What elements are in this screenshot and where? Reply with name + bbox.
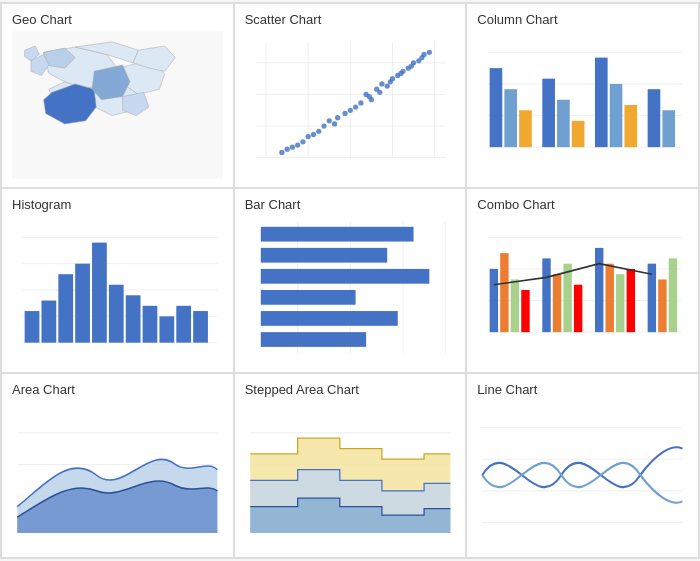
- svg-rect-105: [616, 274, 624, 332]
- svg-rect-73: [109, 285, 124, 343]
- svg-point-42: [295, 142, 300, 147]
- svg-rect-58: [610, 84, 623, 147]
- svg-rect-84: [260, 227, 413, 242]
- svg-rect-106: [627, 269, 635, 332]
- svg-point-26: [347, 108, 352, 113]
- geo-chart-area: [12, 31, 223, 179]
- svg-rect-109: [669, 258, 677, 332]
- svg-point-25: [384, 83, 389, 88]
- svg-point-40: [305, 134, 310, 139]
- svg-rect-56: [572, 121, 585, 147]
- svg-point-18: [379, 81, 384, 86]
- svg-rect-68: [25, 311, 40, 343]
- svg-rect-86: [260, 269, 429, 284]
- histogram-chart-cell[interactable]: Histogram: [1, 188, 234, 373]
- svg-rect-51: [490, 68, 503, 147]
- svg-point-27: [335, 115, 340, 120]
- stepped-area-chart-area: [245, 401, 456, 549]
- stepped-area-chart-title: Stepped Area Chart: [245, 382, 456, 397]
- scatter-chart-title: Scatter Chart: [245, 12, 456, 27]
- bar-chart-title: Bar Chart: [245, 197, 456, 212]
- svg-rect-75: [143, 306, 158, 343]
- svg-rect-87: [260, 290, 355, 305]
- svg-rect-60: [648, 89, 661, 147]
- line-chart-cell[interactable]: Line Chart: [466, 373, 699, 558]
- svg-rect-103: [595, 248, 603, 332]
- svg-point-43: [289, 145, 294, 150]
- area-chart-area: [12, 401, 223, 549]
- svg-rect-104: [606, 264, 614, 332]
- bar-chart-cell[interactable]: Bar Chart: [234, 188, 467, 373]
- svg-point-36: [408, 63, 413, 68]
- svg-point-39: [426, 50, 431, 55]
- svg-rect-89: [260, 332, 365, 347]
- scatter-chart-area: [245, 31, 456, 179]
- combo-chart-cell[interactable]: Combo Chart: [466, 188, 699, 373]
- area-chart-title: Area Chart: [12, 382, 223, 397]
- svg-point-13: [353, 104, 358, 109]
- svg-rect-100: [553, 274, 561, 332]
- svg-rect-55: [557, 100, 570, 147]
- geo-chart-cell[interactable]: Geo Chart: [1, 3, 234, 188]
- stepped-area-chart-cell[interactable]: Stepped Area Chart: [234, 373, 467, 558]
- scatter-chart-cell[interactable]: Scatter Chart: [234, 3, 467, 188]
- histogram-chart-title: Histogram: [12, 197, 223, 212]
- svg-point-31: [332, 121, 337, 126]
- geo-chart-title: Geo Chart: [12, 12, 223, 27]
- svg-point-44: [284, 147, 289, 152]
- svg-point-11: [326, 118, 331, 123]
- histogram-chart-area: [12, 216, 223, 364]
- svg-rect-96: [501, 253, 509, 332]
- column-chart-area: [477, 31, 688, 179]
- svg-point-14: [358, 100, 363, 105]
- svg-rect-88: [260, 311, 397, 326]
- bar-chart-area: [245, 216, 456, 364]
- svg-rect-120: [477, 401, 688, 548]
- svg-point-12: [342, 111, 347, 116]
- svg-point-34: [387, 79, 392, 84]
- svg-rect-71: [75, 264, 90, 343]
- column-chart-title: Column Chart: [477, 12, 688, 27]
- svg-rect-77: [176, 306, 191, 343]
- svg-point-30: [310, 132, 315, 137]
- svg-point-33: [377, 90, 382, 95]
- svg-rect-54: [543, 79, 556, 147]
- svg-rect-69: [41, 301, 56, 343]
- svg-rect-98: [522, 290, 530, 332]
- svg-rect-72: [92, 243, 107, 343]
- svg-rect-78: [193, 311, 208, 343]
- svg-rect-97: [511, 279, 519, 332]
- svg-point-29: [316, 129, 321, 134]
- svg-rect-52: [505, 89, 518, 147]
- line-chart-area: [477, 401, 688, 549]
- svg-rect-108: [659, 279, 667, 332]
- combo-chart-title: Combo Chart: [477, 197, 688, 212]
- svg-rect-74: [126, 295, 141, 342]
- line-chart-title: Line Chart: [477, 382, 688, 397]
- column-chart-cell[interactable]: Column Chart: [466, 3, 699, 188]
- svg-rect-102: [574, 285, 582, 332]
- svg-rect-101: [564, 264, 572, 332]
- svg-point-45: [279, 150, 284, 155]
- combo-chart-area: [477, 216, 688, 364]
- svg-rect-57: [595, 58, 608, 148]
- svg-rect-76: [159, 316, 174, 342]
- svg-rect-61: [663, 110, 676, 147]
- svg-point-41: [300, 139, 305, 144]
- area-chart-cell[interactable]: Area Chart: [1, 373, 234, 558]
- svg-rect-53: [519, 110, 532, 147]
- svg-rect-70: [58, 274, 73, 342]
- svg-rect-95: [490, 269, 498, 332]
- svg-point-28: [321, 123, 326, 128]
- svg-rect-99: [543, 258, 551, 332]
- svg-point-32: [366, 94, 371, 99]
- svg-point-35: [398, 71, 403, 76]
- chart-grid: Geo Chart: [0, 2, 700, 559]
- svg-rect-85: [260, 248, 386, 263]
- svg-point-38: [421, 52, 426, 57]
- svg-rect-59: [625, 105, 638, 147]
